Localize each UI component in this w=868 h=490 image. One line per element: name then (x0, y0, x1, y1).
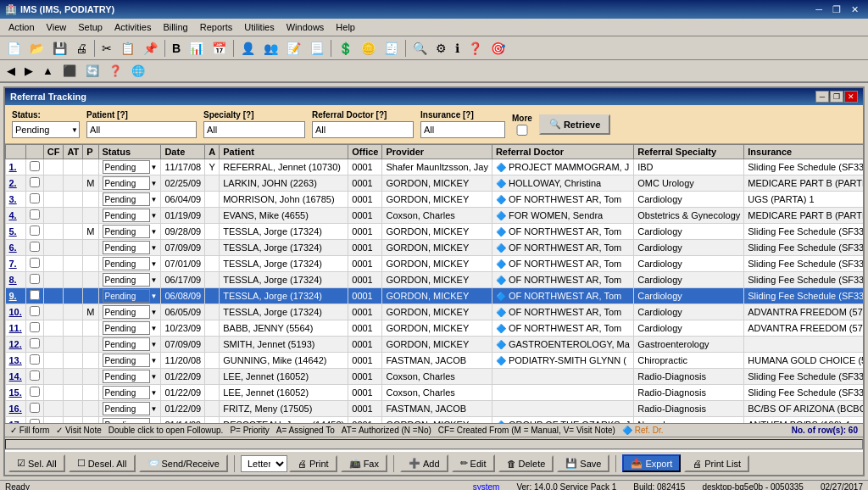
tb2-help2[interactable]: ❓ (105, 62, 125, 80)
tb2-forward[interactable]: ▶ (21, 62, 36, 80)
status-row-select[interactable]: Pending (103, 386, 150, 399)
tb-print[interactable]: 🖨 (72, 39, 91, 58)
tb2-refresh[interactable]: 🔄 (82, 62, 103, 80)
table-row[interactable]: 11. Pending ▼ 10/23/09 BABB, JENNY (5564… (6, 320, 864, 337)
table-row[interactable]: 8. Pending ▼ 06/17/09 TESSLA, Jorge (173… (6, 272, 864, 288)
menu-utilities[interactable]: Utilities (239, 20, 279, 34)
status-row-select[interactable]: Pending (103, 321, 150, 335)
close-btn[interactable]: ✕ (847, 3, 863, 16)
tb-search[interactable]: 🔍 (409, 39, 431, 58)
row-status[interactable]: Pending ▼ (98, 256, 161, 272)
table-row[interactable]: 12. Pending ▼ 07/09/09 SMITH, Jennet (51… (6, 337, 864, 353)
minimize-btn[interactable]: ─ (811, 3, 826, 16)
row-status[interactable]: Pending ▼ (98, 192, 161, 208)
tb-open[interactable]: 📂 (26, 39, 47, 58)
menu-activities[interactable]: Activities (109, 20, 156, 34)
save-button[interactable]: 💾 Save (557, 454, 609, 472)
row-checkbox[interactable] (25, 369, 43, 385)
row-checkbox[interactable] (25, 353, 43, 369)
row-status[interactable]: Pending ▼ (98, 417, 161, 424)
status-row-select[interactable]: Pending (103, 192, 150, 206)
table-row[interactable]: 15. Pending ▼ 01/22/09 LEE, Jennet (1605… (6, 385, 864, 401)
horizontal-scrollbar[interactable] (5, 437, 863, 450)
tb-coins[interactable]: 🪙 (358, 39, 379, 58)
status-row-select[interactable]: Pending (103, 160, 150, 174)
row-status[interactable]: Pending ▼ (98, 288, 161, 304)
row-status[interactable]: Pending ▼ (98, 401, 161, 417)
menu-windows[interactable]: Windows (281, 20, 330, 34)
status-row-select[interactable]: Pending (103, 337, 150, 351)
menu-reports[interactable]: Reports (195, 20, 238, 34)
restore-btn[interactable]: ❐ (828, 3, 845, 16)
tb-bold[interactable]: B (169, 39, 184, 58)
row-checkbox[interactable] (25, 159, 43, 175)
table-row[interactable]: 17. Pending ▼ 01/14/09 DESCOTEAU, Jorge … (6, 417, 864, 424)
send-receive-button[interactable]: 📨 Send/Receive (139, 454, 229, 472)
tb-help[interactable]: ❓ (465, 39, 486, 58)
tb-receipt[interactable]: 🧾 (381, 39, 402, 58)
status-row-select[interactable]: Pending (103, 257, 150, 270)
menu-help[interactable]: Help (331, 20, 360, 34)
row-checkbox[interactable] (25, 304, 43, 320)
table-row[interactable]: 16. Pending ▼ 01/22/09 FRITZ, Meny (1750… (6, 401, 864, 417)
row-status[interactable]: Pending ▼ (98, 385, 161, 401)
export-button[interactable]: 📤 Export (622, 454, 681, 472)
row-checkbox[interactable] (25, 385, 43, 401)
row-checkbox[interactable] (25, 417, 43, 424)
row-checkbox[interactable] (25, 320, 43, 337)
row-checkbox[interactable] (25, 192, 43, 208)
insurance-input[interactable] (420, 121, 505, 138)
tb-people[interactable]: 👥 (260, 39, 281, 58)
desel-all-button[interactable]: ☐ Desel. All (69, 454, 136, 472)
tb-paste[interactable]: 📌 (140, 39, 161, 58)
tb2-stop[interactable]: ⬛ (59, 62, 80, 80)
tb-cut[interactable]: ✂ (98, 39, 115, 58)
status-row-select[interactable]: Pending (103, 289, 150, 303)
table-row[interactable]: 2. M Pending ▼ 02/25/09 LARKIN, JOHN (22… (6, 175, 864, 192)
table-row[interactable]: 5. M Pending ▼ 09/28/09 TESSLA, Jorge (1… (6, 224, 864, 240)
row-status[interactable]: Pending ▼ (98, 272, 161, 288)
row-checkbox[interactable] (25, 401, 43, 417)
menu-billing[interactable]: Billing (158, 20, 192, 34)
status-row-select[interactable]: Pending (103, 273, 150, 287)
table-row[interactable]: 4. Pending ▼ 01/19/09 EVANS, Mike (4655)… (6, 208, 864, 224)
row-status[interactable]: Pending ▼ (98, 175, 161, 192)
row-checkbox[interactable] (25, 288, 43, 304)
row-status[interactable]: Pending ▼ (98, 320, 161, 337)
specialty-input[interactable] (203, 121, 305, 138)
table-row[interactable]: 10. M Pending ▼ 06/05/09 TESSLA, Jorge (… (6, 304, 864, 320)
patient-input[interactable] (86, 121, 197, 138)
row-status[interactable]: Pending ▼ (98, 337, 161, 353)
tb-note[interactable]: 📝 (283, 39, 304, 58)
status-row-select[interactable]: Pending (103, 370, 150, 383)
tb-dollar[interactable]: 💲 (335, 39, 356, 58)
referral-doctor-input[interactable] (312, 121, 414, 138)
row-checkbox[interactable] (25, 272, 43, 288)
tb-calendar[interactable]: 📅 (209, 39, 230, 58)
dialog-restore-btn[interactable]: ❐ (830, 91, 843, 103)
tb2-up[interactable]: ▲ (39, 62, 57, 80)
grid-scroll-area[interactable]: CF AT P Status Date A Patient Office Pro… (5, 144, 863, 423)
status-row-select[interactable]: Pending (103, 225, 150, 238)
row-status[interactable]: Pending ▼ (98, 159, 161, 175)
row-status[interactable]: Pending ▼ (98, 369, 161, 385)
table-row[interactable]: 3. Pending ▼ 06/04/09 MORRISON, John (16… (6, 192, 864, 208)
sel-all-button[interactable]: ☑ Sel. All (8, 454, 65, 472)
retrieve-button[interactable]: 🔍 Retrieve (539, 114, 610, 135)
table-row[interactable]: 13. Pending ▼ 11/20/08 GUNNING, Mike (14… (6, 353, 864, 369)
status-combo[interactable]: Pending Completed All ▼ (12, 121, 80, 138)
tb-chart[interactable]: 📊 (186, 39, 207, 58)
fax-button[interactable]: 📠 Fax (341, 454, 387, 472)
menu-view[interactable]: View (42, 20, 72, 34)
row-status[interactable]: Pending ▼ (98, 240, 161, 256)
tb-target[interactable]: 🎯 (487, 39, 509, 58)
tb-person[interactable]: 👤 (237, 39, 259, 58)
tb-doc[interactable]: 📃 (306, 39, 327, 58)
tb-save[interactable]: 💾 (49, 39, 70, 58)
table-row[interactable]: 7. Pending ▼ 07/01/09 TESSLA, Jorge (173… (6, 256, 864, 272)
row-checkbox[interactable] (25, 240, 43, 256)
menu-action[interactable]: Action (3, 20, 40, 34)
row-status[interactable]: Pending ▼ (98, 224, 161, 240)
row-status[interactable]: Pending ▼ (98, 353, 161, 369)
tb-settings[interactable]: ⚙ (432, 39, 450, 58)
